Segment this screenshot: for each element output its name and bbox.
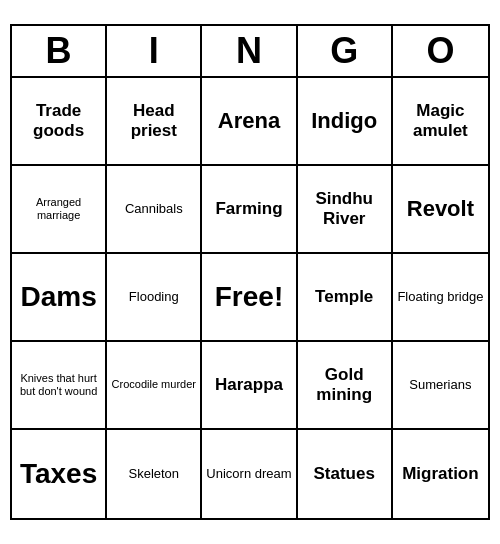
cell-text-9: Revolt: [407, 196, 474, 222]
bingo-letter-g: G: [298, 26, 393, 76]
cell-text-7: Farming: [215, 199, 282, 219]
cell-text-15: Knives that hurt but don't wound: [15, 372, 102, 398]
cell-text-16: Crocodile murder: [112, 378, 196, 391]
cell-text-0: Trade goods: [15, 101, 102, 142]
bingo-cell-2: Arena: [202, 78, 297, 166]
bingo-letter-n: N: [202, 26, 297, 76]
bingo-card: BINGO Trade goodsHead priestArenaIndigoM…: [10, 24, 490, 520]
bingo-cell-14: Floating bridge: [393, 254, 488, 342]
cell-text-19: Sumerians: [409, 377, 471, 393]
bingo-cell-12: Free!: [202, 254, 297, 342]
cell-text-18: Gold mining: [301, 365, 388, 406]
cell-text-21: Skeleton: [128, 466, 179, 482]
cell-text-11: Flooding: [129, 289, 179, 305]
cell-text-23: Statues: [313, 464, 374, 484]
bingo-cell-22: Unicorn dream: [202, 430, 297, 518]
bingo-cell-17: Harappa: [202, 342, 297, 430]
bingo-cell-13: Temple: [298, 254, 393, 342]
bingo-cell-20: Taxes: [12, 430, 107, 518]
cell-text-24: Migration: [402, 464, 479, 484]
cell-text-4: Magic amulet: [396, 101, 485, 142]
cell-text-17: Harappa: [215, 375, 283, 395]
bingo-cell-16: Crocodile murder: [107, 342, 202, 430]
bingo-cell-10: Dams: [12, 254, 107, 342]
cell-text-14: Floating bridge: [397, 289, 483, 305]
bingo-cell-6: Cannibals: [107, 166, 202, 254]
bingo-cell-5: Arranged marriage: [12, 166, 107, 254]
bingo-cell-7: Farming: [202, 166, 297, 254]
bingo-cell-1: Head priest: [107, 78, 202, 166]
cell-text-5: Arranged marriage: [15, 196, 102, 222]
bingo-cell-18: Gold mining: [298, 342, 393, 430]
cell-text-3: Indigo: [311, 108, 377, 134]
bingo-letter-o: O: [393, 26, 488, 76]
bingo-cell-3: Indigo: [298, 78, 393, 166]
bingo-cell-0: Trade goods: [12, 78, 107, 166]
cell-text-22: Unicorn dream: [206, 466, 291, 482]
cell-text-2: Arena: [218, 108, 280, 134]
bingo-cell-19: Sumerians: [393, 342, 488, 430]
bingo-cell-23: Statues: [298, 430, 393, 518]
cell-text-20: Taxes: [20, 457, 97, 491]
bingo-header: BINGO: [12, 26, 488, 78]
bingo-cell-15: Knives that hurt but don't wound: [12, 342, 107, 430]
bingo-cell-4: Magic amulet: [393, 78, 488, 166]
bingo-letter-b: B: [12, 26, 107, 76]
cell-text-6: Cannibals: [125, 201, 183, 217]
bingo-cell-8: Sindhu River: [298, 166, 393, 254]
bingo-cell-24: Migration: [393, 430, 488, 518]
cell-text-10: Dams: [20, 280, 96, 314]
cell-text-8: Sindhu River: [301, 189, 388, 230]
cell-text-1: Head priest: [110, 101, 197, 142]
bingo-grid: Trade goodsHead priestArenaIndigoMagic a…: [12, 78, 488, 518]
cell-text-12: Free!: [215, 280, 283, 314]
bingo-cell-21: Skeleton: [107, 430, 202, 518]
bingo-cell-9: Revolt: [393, 166, 488, 254]
bingo-letter-i: I: [107, 26, 202, 76]
cell-text-13: Temple: [315, 287, 373, 307]
bingo-cell-11: Flooding: [107, 254, 202, 342]
